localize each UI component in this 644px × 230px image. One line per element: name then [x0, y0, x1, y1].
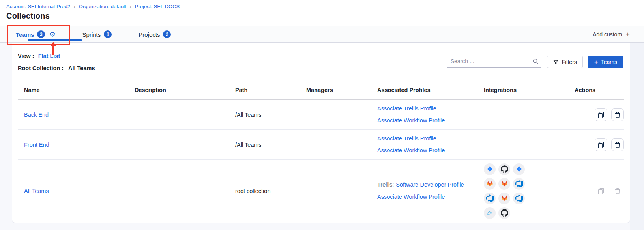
column-header-associated-profiles: Associated Profiles — [377, 87, 484, 93]
view-flat-list-link[interactable]: Flat List — [38, 53, 60, 59]
view-label: View : — [18, 53, 34, 59]
copy-button[interactable] — [595, 108, 607, 121]
propelo-icon — [484, 207, 496, 219]
root-collection-label: Root Collection : — [18, 65, 64, 71]
copy-button-disabled — [595, 185, 607, 197]
delete-button[interactable] — [611, 138, 624, 151]
filters-button[interactable]: Filters — [547, 56, 583, 68]
tab-bar: Teams 3 ⚙ Sprints 1 Projects 2 Add custo… — [0, 26, 644, 43]
integrations-icon-grid — [484, 163, 525, 219]
associate-workflow-profile-link[interactable]: Associate Workflow Profile — [377, 193, 484, 201]
breadcrumb-account[interactable]: Account: SEI-Internal-Prod2 — [6, 4, 70, 9]
add-teams-label: Teams — [601, 59, 617, 65]
breadcrumb-project[interactable]: Project: SEI_DOCS — [135, 4, 180, 9]
tab-sprints-label: Sprints — [82, 31, 101, 38]
breadcrumb-separator: › — [74, 4, 75, 9]
associate-workflow-profile-link[interactable]: Associate Workflow Profile — [377, 146, 484, 155]
actions-cell — [569, 108, 624, 121]
breadcrumb-separator: › — [130, 4, 131, 9]
column-header-description: Description — [135, 87, 235, 93]
gitlab-icon — [498, 193, 510, 204]
right-gutter — [630, 43, 644, 230]
collections-card: View : Flat List Root Collection : All T… — [12, 43, 630, 223]
root-collection-value: All Teams — [68, 65, 95, 71]
table-row: Back End /All Teams Associate Trellis Pr… — [18, 100, 624, 130]
tab-teams[interactable]: Teams 3 ⚙ — [16, 26, 56, 42]
jira-icon — [484, 163, 496, 175]
jira-icon — [513, 163, 525, 175]
collection-link-back-end[interactable]: Back End — [24, 112, 49, 118]
actions-cell — [569, 185, 624, 197]
actions-cell — [569, 138, 624, 151]
copy-icon — [597, 141, 605, 149]
column-header-integrations: Integrations — [484, 87, 569, 93]
delete-button-disabled — [611, 185, 624, 197]
view-selector: View : Flat List — [18, 53, 60, 59]
table-header-row: Name Description Path Managers Associate… — [18, 80, 624, 100]
associate-trellis-profile-link[interactable]: Associate Trellis Profile — [377, 105, 484, 113]
breadcrumb-organization[interactable]: Organization: default — [79, 4, 126, 9]
integrations-cell — [484, 163, 569, 219]
delete-button[interactable] — [611, 108, 624, 121]
trash-icon — [614, 141, 622, 149]
associate-trellis-profile-link[interactable]: Associate Trellis Profile — [377, 135, 484, 143]
gitlab-icon — [498, 178, 510, 190]
search-box — [447, 56, 541, 68]
tab-sprints[interactable]: Sprints 1 — [82, 26, 112, 42]
tab-sprints-count-badge: 1 — [104, 30, 112, 38]
copy-icon — [597, 187, 605, 195]
path-cell: /All Teams — [235, 142, 306, 148]
tab-teams-count-badge: 3 — [37, 30, 45, 38]
search-icon — [532, 58, 539, 64]
copy-button[interactable] — [595, 138, 607, 151]
plus-icon: + — [594, 59, 598, 65]
column-header-actions: Actions — [569, 87, 624, 93]
column-header-managers: Managers — [306, 87, 377, 93]
trash-icon — [614, 187, 622, 195]
copy-icon — [597, 111, 605, 119]
associated-profiles-cell: Trellis:Software Developer Profile Assoc… — [377, 181, 484, 201]
root-collection: Root Collection : All Teams — [18, 65, 95, 71]
add-custom-label: Add custom — [593, 31, 622, 37]
teams-settings-gear-icon[interactable]: ⚙ — [49, 31, 55, 38]
column-header-name: Name — [18, 87, 135, 93]
associate-workflow-profile-link[interactable]: Associate Workflow Profile — [377, 116, 484, 125]
software-developer-profile-link[interactable]: Software Developer Profile — [396, 181, 464, 188]
gitlab-icon — [484, 178, 496, 190]
breadcrumb: Account: SEI-Internal-Prod2 › Organizati… — [6, 4, 180, 9]
collection-link-front-end[interactable]: Front End — [24, 142, 49, 148]
top-header: Account: SEI-Internal-Prod2 › Organizati… — [0, 0, 644, 26]
filters-label: Filters — [562, 59, 577, 65]
collection-link-all-teams[interactable]: All Teams — [24, 188, 49, 194]
path-cell: /All Teams — [235, 112, 306, 118]
tabbar-divider — [586, 31, 586, 37]
active-tab-underline — [28, 39, 82, 41]
tab-teams-label: Teams — [16, 31, 34, 38]
associated-profiles-cell: Associate Trellis Profile Associate Work… — [377, 135, 484, 155]
azure-devops-icon — [513, 193, 525, 204]
github-icon — [498, 163, 510, 175]
path-cell: root collection — [235, 188, 306, 194]
tab-projects[interactable]: Projects 2 — [139, 26, 171, 42]
column-header-path: Path — [235, 87, 306, 93]
plus-icon: + — [626, 30, 630, 38]
table-row: All Teams root collection Trellis:Softwa… — [18, 160, 624, 222]
tab-projects-count-badge: 2 — [163, 30, 171, 38]
add-custom-button[interactable]: Add custom + — [586, 26, 630, 42]
azure-devops-icon — [484, 193, 496, 204]
filter-funnel-icon — [553, 59, 559, 65]
search-input[interactable] — [447, 58, 532, 66]
github-icon — [498, 207, 510, 219]
trash-icon — [614, 111, 622, 119]
trellis-prefix-label: Trellis: — [377, 181, 394, 188]
page-title: Collections — [6, 11, 50, 21]
table-row: Front End /All Teams Associate Trellis P… — [18, 130, 624, 160]
tab-projects-label: Projects — [139, 31, 160, 38]
collections-table: Name Description Path Managers Associate… — [18, 80, 624, 222]
azure-devops-icon — [513, 178, 525, 190]
add-teams-button[interactable]: + Teams — [588, 56, 623, 68]
associated-profiles-cell: Associate Trellis Profile Associate Work… — [377, 105, 484, 125]
